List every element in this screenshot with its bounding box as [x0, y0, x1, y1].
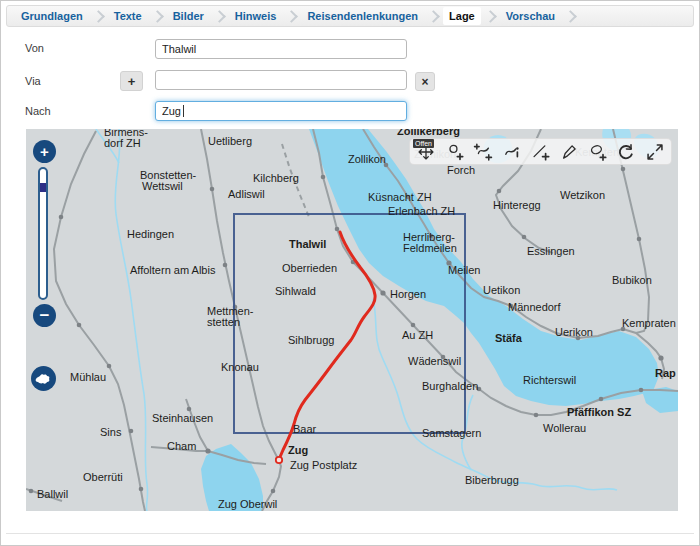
map-label: Bubikon: [612, 274, 652, 286]
page: GrundlagenTexteBilderHinweisReisendenlen…: [0, 0, 700, 546]
map-label: Wettswil: [142, 180, 183, 192]
route-edit-icon: [502, 142, 522, 162]
map-label: Wetzikon: [560, 189, 605, 201]
map-label: Feldmeilen: [403, 242, 457, 254]
map-label: Küsnacht ZH: [368, 191, 432, 203]
remove-via-button[interactable]: ×: [415, 72, 435, 91]
map-label: Oberrüti: [83, 471, 123, 483]
map-label: Thalwil: [289, 238, 326, 250]
edit-tool-button[interactable]: [556, 139, 582, 164]
map-label: Zug Postplatz: [290, 459, 357, 471]
map-label: Forch: [447, 164, 475, 176]
zoom-slider-handle[interactable]: [40, 183, 46, 192]
map-label: stetten: [207, 316, 240, 328]
chevron-separator-icon: [286, 10, 299, 23]
map-label: Cham: [167, 440, 196, 452]
map-label: Zug Oberwil: [218, 498, 277, 510]
route-end-marker[interactable]: [276, 457, 282, 463]
circle-plus-icon: [588, 142, 608, 162]
modify-route-tool-button[interactable]: [499, 139, 525, 164]
zoom-slider[interactable]: [38, 167, 48, 300]
map[interactable]: Birmens-dorf ZHUetlibergBonstetten-Wetts…: [26, 129, 678, 511]
breadcrumb-tab-hinweis[interactable]: Hinweis: [229, 7, 283, 25]
chevron-separator-icon: [427, 10, 440, 23]
map-label: Kempraten: [622, 317, 676, 329]
expand-icon: [645, 142, 665, 162]
map-label: Männedorf: [508, 301, 561, 313]
map-toolbar: [409, 138, 672, 165]
map-label: Baar: [293, 423, 316, 435]
draw-route-tool-button[interactable]: [470, 139, 496, 164]
map-label: Biberbrugg: [465, 474, 519, 486]
map-label: Affoltern am Albis: [130, 264, 215, 276]
map-label: Mühlau: [70, 371, 106, 383]
tool-tooltip: Offen: [413, 139, 434, 148]
nach-input[interactable]: [155, 101, 407, 121]
breadcrumb-tab-lage[interactable]: Lage: [443, 7, 481, 25]
map-label: Rap: [655, 367, 676, 379]
chevron-separator-icon: [484, 10, 497, 23]
text-caret: [183, 105, 184, 117]
breadcrumb: GrundlagenTexteBilderHinweisReisendenlen…: [6, 5, 694, 27]
von-input[interactable]: [155, 39, 407, 59]
panel-bottom-border: [6, 533, 694, 534]
breadcrumb-tab-bilder[interactable]: Bilder: [167, 7, 210, 25]
add-segment-tool-button[interactable]: [528, 139, 554, 164]
route-plus-icon: [473, 142, 493, 162]
swiss-flag-icon: [34, 371, 53, 386]
chevron-separator-icon: [564, 10, 577, 23]
map-label: Hinteregg: [493, 199, 541, 211]
fullscreen-tool-button[interactable]: [642, 139, 668, 164]
map-label: Esslingen: [527, 245, 575, 257]
map-label: Sihlwald: [275, 285, 316, 297]
map-label: Burghalden: [422, 380, 478, 392]
draw-circle-tool-button[interactable]: [585, 139, 611, 164]
map-label: Adliswil: [228, 188, 265, 200]
map-label: Hedingen: [127, 228, 174, 240]
map-label: dorf ZH: [104, 137, 141, 149]
chevron-separator-icon: [92, 10, 105, 23]
breadcrumb-tab-texte[interactable]: Texte: [108, 7, 148, 25]
breadcrumb-tab-grundlagen[interactable]: Grundlagen: [15, 7, 89, 25]
plus-icon: +: [40, 143, 49, 160]
map-label: Au ZH: [402, 329, 433, 341]
map-label: Horgen: [390, 288, 426, 300]
refresh-tool-button[interactable]: [613, 139, 639, 164]
map-label: Uetikon: [483, 284, 520, 296]
map-label: Ballwil: [37, 488, 68, 500]
map-label: Meilen: [448, 264, 480, 276]
nach-label: Nach: [25, 105, 51, 117]
line-plus-icon: [531, 142, 551, 162]
minus-icon: −: [40, 306, 50, 326]
breadcrumb-tab-reisendenlenkungen[interactable]: Reisendenlenkungen: [301, 7, 424, 25]
zoom-out-button[interactable]: −: [33, 304, 56, 327]
map-label: Stäfa: [495, 332, 522, 344]
map-label: Samstagern: [422, 427, 481, 439]
map-label: Knonau: [221, 361, 259, 373]
pencil-icon: [559, 142, 579, 162]
map-label: Uerikon: [555, 326, 593, 338]
home-extent-button[interactable]: [31, 366, 56, 391]
chevron-separator-icon: [151, 10, 164, 23]
add-point-tool-button[interactable]: [442, 139, 468, 164]
breadcrumb-tab-vorschau[interactable]: Vorschau: [500, 7, 561, 25]
map-label: Zug: [288, 444, 308, 456]
map-label: Richterswil: [523, 374, 576, 386]
map-label: Erlenbach ZH: [388, 205, 455, 217]
von-label: Von: [25, 42, 44, 54]
map-label: Uetliberg: [208, 135, 252, 147]
via-input[interactable]: [155, 70, 407, 90]
zoom-in-button[interactable]: +: [33, 140, 56, 163]
map-label: Sihlbrugg: [288, 334, 334, 346]
map-canvas: [26, 129, 678, 511]
map-label: Steinhausen: [152, 412, 213, 424]
map-label: Oberrieden: [282, 262, 337, 274]
map-label: Sins: [100, 426, 121, 438]
map-label: Zollikon: [348, 153, 386, 165]
map-label: Pfäffikon SZ: [567, 406, 631, 418]
add-via-button[interactable]: +: [120, 71, 143, 91]
via-label: Via: [25, 75, 41, 87]
map-label: Zollikerberg: [397, 129, 460, 137]
refresh-icon: [616, 142, 636, 162]
map-label: Wollerau: [543, 422, 586, 434]
